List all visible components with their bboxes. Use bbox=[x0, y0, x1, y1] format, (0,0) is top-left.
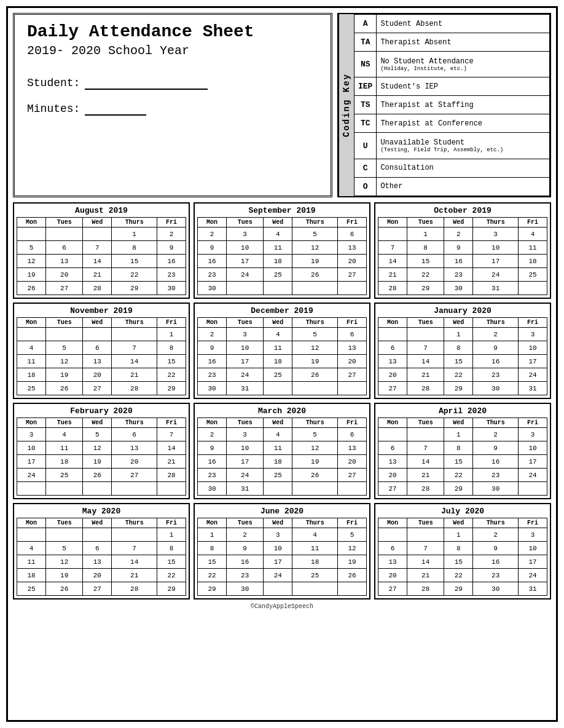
calendar-cell[interactable]: 18 bbox=[264, 355, 292, 368]
calendar-cell[interactable]: 25 bbox=[519, 268, 547, 282]
calendar-cell[interactable]: 27 bbox=[338, 268, 367, 282]
calendar-cell[interactable]: 24 bbox=[17, 469, 46, 482]
calendar-cell[interactable] bbox=[45, 328, 82, 341]
calendar-cell[interactable]: 19 bbox=[45, 368, 82, 382]
calendar-cell[interactable]: 9 bbox=[198, 241, 227, 255]
calendar-cell[interactable]: 7 bbox=[83, 241, 112, 255]
calendar-cell[interactable]: 4 bbox=[264, 228, 292, 241]
calendar-cell[interactable]: 27 bbox=[378, 482, 407, 496]
calendar-cell[interactable]: 7 bbox=[407, 341, 444, 355]
calendar-cell[interactable]: 10 bbox=[17, 441, 46, 455]
calendar-cell[interactable]: 17 bbox=[473, 255, 519, 268]
calendar-cell[interactable]: 20 bbox=[338, 455, 367, 469]
calendar-cell[interactable]: 27 bbox=[338, 368, 367, 382]
calendar-cell[interactable]: 21 bbox=[407, 368, 444, 382]
calendar-cell[interactable]: 23 bbox=[473, 368, 519, 382]
calendar-cell[interactable]: 9 bbox=[198, 441, 227, 455]
calendar-cell[interactable]: 11 bbox=[292, 542, 338, 555]
calendar-cell[interactable]: 18 bbox=[292, 555, 338, 569]
calendar-cell[interactable]: 7 bbox=[157, 428, 186, 441]
calendar-cell[interactable]: 29 bbox=[444, 482, 473, 496]
calendar-cell[interactable]: 29 bbox=[444, 382, 473, 395]
calendar-cell[interactable]: 26 bbox=[45, 582, 82, 596]
calendar-cell[interactable]: 3 bbox=[226, 428, 263, 441]
calendar-cell[interactable]: 14 bbox=[378, 255, 407, 268]
calendar-cell[interactable] bbox=[378, 528, 407, 542]
calendar-cell[interactable] bbox=[17, 528, 46, 542]
calendar-cell[interactable]: 24 bbox=[519, 368, 547, 382]
calendar-cell[interactable]: 7 bbox=[112, 341, 157, 355]
calendar-cell[interactable]: 14 bbox=[83, 255, 112, 268]
calendar-cell[interactable]: 3 bbox=[226, 228, 263, 241]
calendar-cell[interactable]: 22 bbox=[157, 368, 186, 382]
calendar-cell[interactable] bbox=[83, 482, 112, 496]
calendar-cell[interactable]: 21 bbox=[112, 368, 157, 382]
calendar-cell[interactable]: 23 bbox=[473, 569, 519, 582]
calendar-cell[interactable] bbox=[407, 528, 444, 542]
calendar-cell[interactable]: 5 bbox=[45, 542, 82, 555]
calendar-cell[interactable] bbox=[264, 282, 292, 295]
calendar-cell[interactable]: 16 bbox=[198, 255, 227, 268]
calendar-cell[interactable]: 6 bbox=[83, 542, 112, 555]
calendar-cell[interactable] bbox=[112, 528, 157, 542]
calendar-cell[interactable]: 31 bbox=[473, 282, 519, 295]
calendar-cell[interactable]: 5 bbox=[292, 228, 338, 241]
calendar-cell[interactable]: 10 bbox=[519, 341, 547, 355]
calendar-cell[interactable]: 7 bbox=[378, 241, 407, 255]
calendar-cell[interactable]: 2 bbox=[226, 528, 263, 542]
calendar-cell[interactable]: 16 bbox=[226, 555, 263, 569]
calendar-cell[interactable]: 2 bbox=[473, 428, 519, 441]
calendar-cell[interactable]: 22 bbox=[407, 268, 444, 282]
calendar-cell[interactable]: 28 bbox=[157, 469, 186, 482]
calendar-cell[interactable] bbox=[17, 228, 46, 241]
calendar-cell[interactable]: 6 bbox=[338, 428, 367, 441]
calendar-cell[interactable]: 21 bbox=[378, 268, 407, 282]
calendar-cell[interactable]: 18 bbox=[45, 455, 82, 469]
calendar-cell[interactable]: 28 bbox=[407, 382, 444, 395]
calendar-cell[interactable]: 29 bbox=[157, 382, 186, 395]
calendar-cell[interactable]: 6 bbox=[45, 241, 82, 255]
calendar-cell[interactable]: 14 bbox=[407, 555, 444, 569]
calendar-cell[interactable]: 2 bbox=[157, 228, 186, 241]
calendar-cell[interactable]: 19 bbox=[292, 255, 338, 268]
calendar-cell[interactable]: 14 bbox=[157, 441, 186, 455]
calendar-cell[interactable]: 20 bbox=[112, 455, 157, 469]
calendar-cell[interactable]: 9 bbox=[157, 241, 186, 255]
calendar-cell[interactable]: 13 bbox=[378, 555, 407, 569]
calendar-cell[interactable]: 11 bbox=[45, 441, 82, 455]
calendar-cell[interactable]: 22 bbox=[444, 469, 473, 482]
calendar-cell[interactable] bbox=[45, 228, 82, 241]
calendar-cell[interactable]: 6 bbox=[338, 328, 367, 341]
calendar-cell[interactable]: 11 bbox=[17, 555, 46, 569]
calendar-cell[interactable]: 15 bbox=[444, 355, 473, 368]
calendar-cell[interactable]: 24 bbox=[226, 469, 263, 482]
calendar-cell[interactable]: 14 bbox=[407, 455, 444, 469]
calendar-cell[interactable]: 16 bbox=[473, 555, 519, 569]
calendar-cell[interactable]: 9 bbox=[473, 542, 519, 555]
calendar-cell[interactable]: 30 bbox=[198, 482, 227, 496]
calendar-cell[interactable]: 19 bbox=[292, 355, 338, 368]
calendar-cell[interactable]: 20 bbox=[378, 569, 407, 582]
calendar-cell[interactable]: 27 bbox=[338, 469, 367, 482]
calendar-cell[interactable]: 13 bbox=[338, 341, 367, 355]
calendar-cell[interactable]: 26 bbox=[17, 282, 46, 295]
calendar-cell[interactable]: 4 bbox=[292, 528, 338, 542]
calendar-cell[interactable]: 28 bbox=[83, 282, 112, 295]
calendar-cell[interactable]: 17 bbox=[519, 455, 547, 469]
calendar-cell[interactable]: 29 bbox=[112, 282, 157, 295]
calendar-cell[interactable] bbox=[407, 328, 444, 341]
calendar-cell[interactable]: 27 bbox=[83, 582, 112, 596]
calendar-cell[interactable]: 12 bbox=[292, 241, 338, 255]
calendar-cell[interactable]: 11 bbox=[264, 441, 292, 455]
calendar-cell[interactable]: 6 bbox=[378, 341, 407, 355]
calendar-cell[interactable]: 7 bbox=[407, 441, 444, 455]
calendar-cell[interactable] bbox=[83, 328, 112, 341]
calendar-cell[interactable]: 24 bbox=[226, 368, 263, 382]
calendar-cell[interactable]: 3 bbox=[264, 528, 292, 542]
calendar-cell[interactable]: 12 bbox=[338, 542, 367, 555]
calendar-cell[interactable]: 18 bbox=[519, 255, 547, 268]
calendar-cell[interactable]: 4 bbox=[45, 428, 82, 441]
calendar-cell[interactable]: 30 bbox=[157, 282, 186, 295]
calendar-cell[interactable]: 25 bbox=[17, 382, 46, 395]
calendar-cell[interactable]: 17 bbox=[226, 355, 263, 368]
